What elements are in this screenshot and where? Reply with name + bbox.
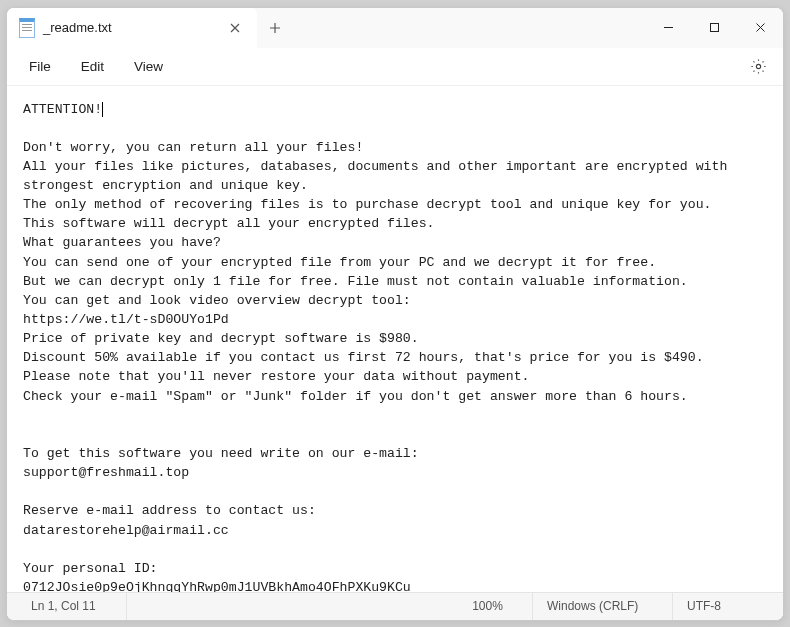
notepad-icon — [19, 18, 35, 38]
status-position: Ln 1, Col 11 — [7, 593, 127, 620]
line: datarestorehelp@airmail.cc — [23, 523, 229, 538]
titlebar: _readme.txt — [7, 8, 783, 48]
maximize-button[interactable] — [691, 8, 737, 48]
text-content[interactable]: ATTENTION! Don't worry, you can return a… — [7, 86, 783, 592]
new-tab-button[interactable] — [257, 8, 293, 48]
window-controls — [645, 8, 783, 48]
line: You can get and look video overview decr… — [23, 293, 411, 308]
notepad-window: _readme.txt File Edit View — [6, 7, 784, 621]
line: Discount 50% available if you contact us… — [23, 350, 704, 365]
line: 0712JOsie0p9eOjKhnqqYhRwp0mJ1UVBkhAmo4OF… — [23, 580, 411, 591]
line: All your files like pictures, databases,… — [23, 159, 735, 193]
statusbar: Ln 1, Col 11 100% Windows (CRLF) UTF-8 — [7, 592, 783, 620]
line: support@freshmail.top — [23, 465, 189, 480]
line: Please note that you'll never restore yo… — [23, 369, 529, 384]
tab-title: _readme.txt — [43, 20, 215, 35]
line: This software will decrypt all your encr… — [23, 216, 435, 231]
line: Don't worry, you can return all your fil… — [23, 140, 363, 155]
menu-file[interactable]: File — [17, 55, 63, 78]
line: To get this software you need write on o… — [23, 446, 419, 461]
status-encoding: UTF-8 — [673, 593, 783, 620]
line: Check your e-mail "Spam" or "Junk" folde… — [23, 389, 688, 404]
menu-edit[interactable]: Edit — [69, 55, 116, 78]
line: Price of private key and decrypt softwar… — [23, 331, 419, 346]
line: You can send one of your encrypted file … — [23, 255, 656, 270]
minimize-button[interactable] — [645, 8, 691, 48]
status-eol: Windows (CRLF) — [533, 593, 673, 620]
file-tab[interactable]: _readme.txt — [7, 8, 257, 48]
line: What guarantees you have? — [23, 235, 221, 250]
close-tab-button[interactable] — [223, 16, 247, 40]
close-window-button[interactable] — [737, 8, 783, 48]
line: The only method of recovering files is t… — [23, 197, 712, 212]
line: ATTENTION! — [23, 102, 102, 117]
titlebar-drag-area[interactable] — [293, 8, 645, 48]
line: Your personal ID: — [23, 561, 158, 576]
text-cursor — [102, 102, 103, 117]
status-zoom[interactable]: 100% — [443, 593, 533, 620]
svg-point-1 — [756, 64, 760, 68]
settings-button[interactable] — [743, 51, 773, 81]
line: Reserve e-mail address to contact us: — [23, 503, 316, 518]
menubar: File Edit View — [7, 48, 783, 86]
line: https://we.tl/t-sD0OUYo1Pd — [23, 312, 229, 327]
menu-view[interactable]: View — [122, 55, 175, 78]
svg-rect-0 — [710, 24, 718, 32]
line: But we can decrypt only 1 file for free.… — [23, 274, 688, 289]
